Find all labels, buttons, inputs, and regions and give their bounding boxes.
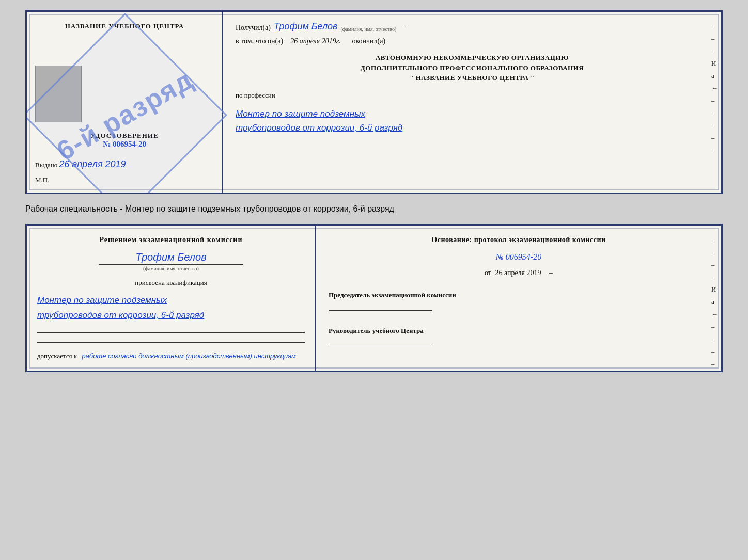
protocol-num: № 006954-20	[329, 252, 709, 262]
bottom-certificate: Решением экзаменационной комиссии Трофим…	[25, 224, 723, 372]
osnovanie-heading: Основание: протокол экзаменационной коми…	[329, 236, 709, 244]
org-line2: ДОПОЛНИТЕЛЬНОГО ПРОФЕССИОНАЛЬНОГО ОБРАЗО…	[236, 63, 709, 73]
resheniem-heading: Решением экзаменационной комиссии	[37, 236, 305, 244]
profession-line1: Монтер по защите подземных	[236, 107, 709, 121]
bottom-right-dashes: – – – – И а ← – – – – –	[711, 236, 718, 372]
top-cert-left-panel: НАЗВАНИЕ УЧЕБНОГО ЦЕНТРА 6-й разряд УДОС…	[27, 12, 223, 193]
poluchil-label: Получил(а)	[236, 24, 271, 32]
vydano-label: Выдано	[35, 161, 57, 169]
udost-title: УДОСТОВЕРЕНИЕ	[90, 132, 158, 140]
top-cert-heading: НАЗВАНИЕ УЧЕБНОГО ЦЕНТРА	[65, 22, 184, 30]
predsedatel-title: Председатель экзаменационной комиссии	[329, 291, 709, 300]
mp-line: М.П.	[35, 176, 49, 184]
top-certificate: НАЗВАНИЕ УЧЕБНОГО ЦЕНТРА 6-й разряд УДОС…	[25, 10, 723, 194]
bottom-name: Трофим Белов	[135, 251, 206, 263]
blank-lines	[37, 332, 305, 343]
right-dashes: – – – И а ← – – – – –	[711, 22, 718, 154]
photo-placeholder	[35, 66, 82, 122]
profession-line2: трубопроводов от коррозии, 6-й разряд	[236, 121, 709, 135]
fio-label: (фамилия, имя, отчество)	[340, 26, 396, 32]
blank-line-2	[37, 342, 305, 343]
udost-num: № 006954-20	[90, 140, 158, 149]
middle-description: Рабочая специальность - Монтер по защите…	[25, 202, 723, 216]
bottom-cert-left: Решением экзаменационной комиссии Трофим…	[27, 226, 316, 371]
udost-block: УДОСТОВЕРЕНИЕ № 006954-20	[90, 132, 158, 149]
top-cert-right-panel: – – – И а ← – – – – – Получил(а) Трофим …	[223, 12, 721, 193]
ot-date: 26 апреля 2019	[495, 269, 541, 277]
dopuskaetsya-line: допускается к работе согласно должностны…	[37, 352, 305, 360]
dopusk-text: работе согласно должностным (производств…	[82, 352, 296, 360]
predsedatel-sig-line	[329, 310, 432, 311]
blank-line-1	[37, 332, 305, 333]
qualification-text: Монтер по защите подземных трубопроводов…	[37, 293, 305, 323]
name-underline	[99, 264, 243, 265]
poluchil-line: Получил(а) Трофим Белов (фамилия, имя, о…	[236, 21, 709, 32]
name-block: Трофим Белов (фамилия, имя, отчество)	[37, 251, 305, 271]
vydano-line: Выдано 26 апреля 2019	[35, 159, 126, 170]
vydano-date: 26 апреля 2019	[59, 159, 126, 169]
ot-label: от	[485, 269, 491, 277]
org-line1: АВТОНОМНУЮ НЕКОММЕРЧЕСКУЮ ОРГАНИЗАЦИЮ	[236, 53, 709, 63]
org-line3: " НАЗВАНИЕ УЧЕБНОГО ЦЕНТРА "	[236, 73, 709, 83]
vtom-label: в том, что он(а)	[236, 37, 283, 45]
bottom-fio-label: (фамилия, имя, отчество)	[143, 266, 199, 271]
okonchil-label: окончил(а)	[352, 37, 385, 45]
ot-line: от 26 апреля 2019 –	[329, 269, 709, 277]
po-professii-label: по профессии	[236, 91, 709, 100]
qual-line1: Монтер по защите подземных	[37, 293, 305, 308]
rukovoditel-block: Руководитель учебного Центра	[329, 326, 709, 346]
recipient-name: Трофим Белов	[274, 21, 338, 32]
rukovoditel-title: Руководитель учебного Центра	[329, 326, 709, 335]
prisvoena-line: присвоена квалификация	[37, 279, 305, 287]
rukovoditel-sig-line	[329, 346, 432, 346]
org-block: АВТОНОМНУЮ НЕКОММЕРЧЕСКУЮ ОРГАНИЗАЦИЮ ДО…	[236, 53, 709, 83]
vtom-line: в том, что он(а) 26 апреля 2019г. окончи…	[236, 37, 709, 45]
qual-line2: трубопроводов от коррозии, 6-й разряд	[37, 308, 305, 323]
predsedatel-block: Председатель экзаменационной комиссии	[329, 291, 709, 311]
profession-text: Монтер по защите подземных трубопроводов…	[236, 107, 709, 135]
vtom-date: 26 апреля 2019г.	[290, 37, 340, 45]
dopusk-label: допускается к	[37, 352, 77, 360]
bottom-cert-right: – – – – И а ← – – – – – Основание: прото…	[316, 226, 721, 371]
middle-text-content: Рабочая специальность - Монтер по защите…	[25, 204, 394, 213]
